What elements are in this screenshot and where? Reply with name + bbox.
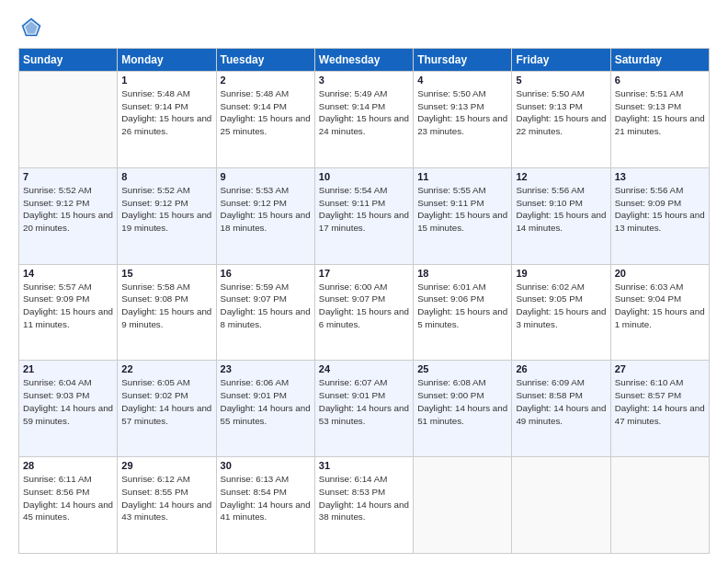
day-info: Sunrise: 5:56 AMSunset: 9:09 PMDaylight:…: [615, 184, 705, 235]
week-row-3: 14Sunrise: 5:57 AMSunset: 9:09 PMDayligh…: [19, 264, 710, 361]
day-info: Sunrise: 5:53 AMSunset: 9:12 PMDaylight:…: [221, 184, 311, 235]
calendar-cell: 5Sunrise: 5:50 AMSunset: 9:13 PMDaylight…: [512, 72, 610, 168]
day-info: Sunrise: 6:01 AMSunset: 9:06 PMDaylight:…: [417, 281, 507, 331]
day-info: Sunrise: 5:52 AMSunset: 9:12 PMDaylight:…: [121, 184, 211, 235]
day-number: 26: [516, 363, 606, 374]
day-number: 14: [23, 268, 113, 279]
weekday-header-row: SundayMondayTuesdayWednesdayThursdayFrid…: [19, 49, 710, 72]
calendar-cell: 30Sunrise: 6:13 AMSunset: 8:54 PMDayligh…: [216, 457, 314, 554]
day-info: Sunrise: 6:06 AMSunset: 9:01 PMDaylight:…: [221, 376, 311, 427]
calendar-cell: 29Sunrise: 6:12 AMSunset: 8:55 PMDayligh…: [118, 457, 216, 554]
day-info: Sunrise: 6:04 AMSunset: 9:03 PMDaylight:…: [23, 376, 113, 427]
day-number: 15: [121, 268, 211, 279]
day-number: 20: [615, 268, 705, 279]
calendar-cell: 2Sunrise: 5:48 AMSunset: 9:14 PMDaylight…: [216, 72, 314, 168]
calendar-cell: [610, 457, 709, 554]
calendar-table: SundayMondayTuesdayWednesdayThursdayFrid…: [18, 48, 710, 554]
day-info: Sunrise: 6:05 AMSunset: 9:02 PMDaylight:…: [121, 376, 211, 427]
calendar-cell: 20Sunrise: 6:03 AMSunset: 9:04 PMDayligh…: [610, 264, 709, 361]
week-row-4: 21Sunrise: 6:04 AMSunset: 9:03 PMDayligh…: [19, 361, 710, 457]
day-number: 19: [516, 268, 606, 279]
calendar-cell: 23Sunrise: 6:06 AMSunset: 9:01 PMDayligh…: [216, 361, 314, 457]
day-info: Sunrise: 5:50 AMSunset: 9:13 PMDaylight:…: [417, 87, 507, 138]
weekday-header-thursday: Thursday: [414, 49, 512, 72]
day-info: Sunrise: 6:03 AMSunset: 9:04 PMDaylight:…: [615, 281, 705, 331]
day-number: 10: [319, 171, 409, 182]
day-info: Sunrise: 6:12 AMSunset: 8:55 PMDaylight:…: [121, 473, 211, 523]
day-info: Sunrise: 5:58 AMSunset: 9:08 PMDaylight:…: [121, 281, 211, 331]
day-number: 12: [516, 171, 606, 182]
day-number: 25: [417, 363, 507, 374]
day-number: 27: [615, 363, 705, 374]
calendar-cell: [414, 457, 512, 554]
day-number: 9: [221, 171, 311, 182]
day-info: Sunrise: 5:52 AMSunset: 9:12 PMDaylight:…: [23, 184, 113, 235]
week-row-2: 7Sunrise: 5:52 AMSunset: 9:12 PMDaylight…: [19, 167, 710, 264]
calendar-cell: [512, 457, 610, 554]
day-info: Sunrise: 6:07 AMSunset: 9:01 PMDaylight:…: [319, 376, 409, 427]
calendar-cell: 24Sunrise: 6:07 AMSunset: 9:01 PMDayligh…: [314, 361, 413, 457]
weekday-header-saturday: Saturday: [610, 49, 709, 72]
calendar-cell: 26Sunrise: 6:09 AMSunset: 8:58 PMDayligh…: [512, 361, 610, 457]
day-number: 21: [23, 363, 113, 374]
calendar-cell: 17Sunrise: 6:00 AMSunset: 9:07 PMDayligh…: [314, 264, 413, 361]
day-info: Sunrise: 6:02 AMSunset: 9:05 PMDaylight:…: [516, 281, 606, 331]
day-info: Sunrise: 5:49 AMSunset: 9:14 PMDaylight:…: [319, 87, 409, 138]
day-number: 3: [319, 75, 409, 86]
day-info: Sunrise: 5:56 AMSunset: 9:10 PMDaylight:…: [516, 184, 606, 235]
day-number: 1: [121, 75, 211, 86]
day-number: 29: [121, 460, 211, 471]
day-number: 2: [221, 75, 311, 86]
calendar-cell: 21Sunrise: 6:04 AMSunset: 9:03 PMDayligh…: [19, 361, 118, 457]
day-number: 8: [121, 171, 211, 182]
day-info: Sunrise: 6:09 AMSunset: 8:58 PMDaylight:…: [516, 376, 606, 427]
day-info: Sunrise: 5:54 AMSunset: 9:11 PMDaylight:…: [319, 184, 409, 235]
calendar-cell: 3Sunrise: 5:49 AMSunset: 9:14 PMDaylight…: [314, 72, 413, 168]
day-info: Sunrise: 5:48 AMSunset: 9:14 PMDaylight:…: [221, 87, 311, 138]
calendar-cell: 7Sunrise: 5:52 AMSunset: 9:12 PMDaylight…: [19, 167, 118, 264]
weekday-header-friday: Friday: [512, 49, 610, 72]
calendar-cell: 25Sunrise: 6:08 AMSunset: 9:00 PMDayligh…: [414, 361, 512, 457]
calendar-cell: 8Sunrise: 5:52 AMSunset: 9:12 PMDaylight…: [118, 167, 216, 264]
day-info: Sunrise: 6:14 AMSunset: 8:53 PMDaylight:…: [319, 473, 409, 523]
logo-icon: [18, 15, 44, 40]
day-info: Sunrise: 6:10 AMSunset: 8:57 PMDaylight:…: [615, 376, 705, 427]
day-info: Sunrise: 6:08 AMSunset: 9:00 PMDaylight:…: [417, 376, 507, 427]
day-info: Sunrise: 5:57 AMSunset: 9:09 PMDaylight:…: [23, 281, 113, 331]
day-number: 16: [221, 268, 311, 279]
day-number: 17: [319, 268, 409, 279]
day-info: Sunrise: 5:59 AMSunset: 9:07 PMDaylight:…: [221, 281, 311, 331]
day-number: 11: [417, 171, 507, 182]
calendar-cell: 16Sunrise: 5:59 AMSunset: 9:07 PMDayligh…: [216, 264, 314, 361]
day-info: Sunrise: 6:11 AMSunset: 8:56 PMDaylight:…: [23, 473, 113, 523]
day-info: Sunrise: 5:50 AMSunset: 9:13 PMDaylight:…: [516, 87, 606, 138]
calendar-cell: 31Sunrise: 6:14 AMSunset: 8:53 PMDayligh…: [314, 457, 413, 554]
day-info: Sunrise: 5:48 AMSunset: 9:14 PMDaylight:…: [121, 87, 211, 138]
calendar-cell: 10Sunrise: 5:54 AMSunset: 9:11 PMDayligh…: [314, 167, 413, 264]
day-info: Sunrise: 6:13 AMSunset: 8:54 PMDaylight:…: [221, 473, 311, 523]
calendar-cell: 18Sunrise: 6:01 AMSunset: 9:06 PMDayligh…: [414, 264, 512, 361]
calendar-cell: 13Sunrise: 5:56 AMSunset: 9:09 PMDayligh…: [610, 167, 709, 264]
calendar-cell: 15Sunrise: 5:58 AMSunset: 9:08 PMDayligh…: [118, 264, 216, 361]
day-number: 24: [319, 363, 409, 374]
day-number: 28: [23, 460, 113, 471]
calendar-cell: [19, 72, 118, 168]
weekday-header-tuesday: Tuesday: [216, 49, 314, 72]
calendar-cell: 12Sunrise: 5:56 AMSunset: 9:10 PMDayligh…: [512, 167, 610, 264]
day-number: 4: [417, 75, 507, 86]
day-info: Sunrise: 5:55 AMSunset: 9:11 PMDaylight:…: [417, 184, 507, 235]
weekday-header-monday: Monday: [118, 49, 216, 72]
calendar-cell: 19Sunrise: 6:02 AMSunset: 9:05 PMDayligh…: [512, 264, 610, 361]
day-info: Sunrise: 5:51 AMSunset: 9:13 PMDaylight:…: [615, 87, 705, 138]
weekday-header-wednesday: Wednesday: [314, 49, 413, 72]
day-info: Sunrise: 6:00 AMSunset: 9:07 PMDaylight:…: [319, 281, 409, 331]
day-number: 30: [221, 460, 311, 471]
calendar-cell: 11Sunrise: 5:55 AMSunset: 9:11 PMDayligh…: [414, 167, 512, 264]
header: [18, 15, 710, 40]
day-number: 13: [615, 171, 705, 182]
day-number: 31: [319, 460, 409, 471]
day-number: 5: [516, 75, 606, 86]
weekday-header-sunday: Sunday: [19, 49, 118, 72]
calendar-cell: 14Sunrise: 5:57 AMSunset: 9:09 PMDayligh…: [19, 264, 118, 361]
day-number: 7: [23, 171, 113, 182]
